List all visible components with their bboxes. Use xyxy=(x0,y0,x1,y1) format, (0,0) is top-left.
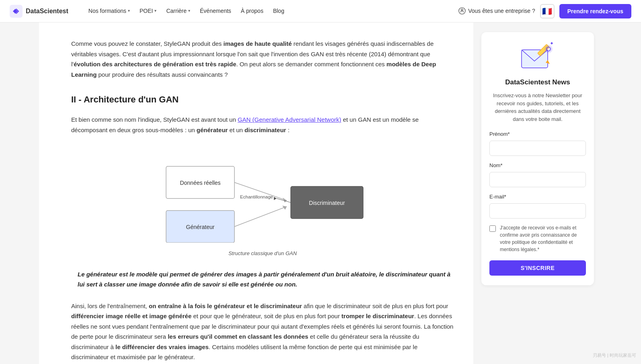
body-paragraph: Ainsi, lors de l'entraînement, on entraî… xyxy=(71,301,454,362)
nav-item-poei[interactable]: POEI ▾ xyxy=(136,4,160,18)
svg-text:Discriminateur: Discriminateur xyxy=(309,200,345,206)
newsletter-icon: ✦ xyxy=(520,42,556,72)
email-input[interactable] xyxy=(489,203,586,219)
nav-item-evenements[interactable]: Événements xyxy=(196,4,235,18)
checkbox-group: J'accepte de recevoir vos e-mails et con… xyxy=(489,224,586,253)
newsletter-card: ✦ DataScientest News Inscrivez-vous à no… xyxy=(481,32,594,285)
diagram-caption: Structure classique d'un GAN xyxy=(228,249,297,258)
cta-button[interactable]: Prendre rendez-vous xyxy=(559,4,631,18)
newsletter-icon-wrap: ✦ xyxy=(489,42,586,72)
consent-checkbox[interactable] xyxy=(489,225,496,232)
svg-point-19 xyxy=(544,45,553,53)
prenom-input[interactable] xyxy=(489,141,586,156)
nom-group: Nom* xyxy=(489,162,586,187)
email-group: E-mail* xyxy=(489,193,586,219)
sidebar: ✦ DataScientest News Inscrivez-vous à no… xyxy=(473,22,602,364)
svg-text:✦: ✦ xyxy=(550,42,554,46)
svg-line-11 xyxy=(234,207,287,227)
svg-text:Générateur: Générateur xyxy=(186,224,215,230)
chevron-down-icon: ▾ xyxy=(154,8,156,14)
page-layout: Comme vous pouvez le constater, StyleGAN… xyxy=(39,22,602,364)
nom-input[interactable] xyxy=(489,172,586,187)
nav-item-apropos[interactable]: À propos xyxy=(237,4,267,18)
language-flag[interactable]: 🇫🇷 xyxy=(540,4,555,18)
prenom-label: Prénom* xyxy=(489,130,586,139)
logo-icon xyxy=(10,5,23,18)
watermark: 刃易号 | 时尚玩家岳可 xyxy=(593,352,636,359)
nav-item-carriere[interactable]: Carrière ▾ xyxy=(162,4,194,18)
intro-paragraph: Comme vous pouvez le constater, StyleGAN… xyxy=(71,39,454,80)
newsletter-title: DataScientest News xyxy=(489,77,586,88)
logo[interactable]: DataScientest xyxy=(10,5,68,18)
svg-point-2 xyxy=(461,9,463,11)
diagram-svg: Données réelles Générateur Discriminateu… xyxy=(154,146,371,245)
nav-links: Nos formations ▾ POEI ▾ Carrière ▾ Événe… xyxy=(84,4,446,18)
section-title: II - Architecture d'un GAN xyxy=(71,92,454,106)
consent-label[interactable]: J'accepte de recevoir vos e-mails et con… xyxy=(500,224,586,253)
subscribe-button[interactable]: S'INSCRIRE xyxy=(489,260,586,276)
svg-marker-10 xyxy=(283,198,287,202)
article-content: Comme vous pouvez le constater, StyleGAN… xyxy=(39,22,473,364)
chevron-down-icon: ▾ xyxy=(188,8,190,14)
logo-text: DataScientest xyxy=(26,6,68,16)
navbar: DataScientest Nos formations ▾ POEI ▾ Ca… xyxy=(0,0,641,22)
chevron-down-icon: ▾ xyxy=(128,8,130,14)
newsletter-desc: Inscrivez-vous à notre Newsletter pour r… xyxy=(489,92,586,123)
svg-text:Données réelles: Données réelles xyxy=(180,180,220,186)
email-label: E-mail* xyxy=(489,193,586,201)
nav-item-blog[interactable]: Blog xyxy=(269,4,288,18)
prenom-group: Prénom* xyxy=(489,130,586,156)
blockquote: Le générateur est le modèle qui permet d… xyxy=(78,269,454,290)
svg-marker-14 xyxy=(274,197,277,200)
nav-item-formations[interactable]: Nos formations ▾ xyxy=(84,4,134,18)
nom-label: Nom* xyxy=(489,162,586,170)
enterprise-icon xyxy=(458,7,466,14)
svg-text:Echantillonnage: Echantillonnage xyxy=(240,194,273,199)
gan-link[interactable]: GAN (Generative Adversarial Network) xyxy=(238,116,341,123)
section-intro: Et bien comme son nom l'indique, StyleGA… xyxy=(71,115,454,135)
diagram-container: Données réelles Générateur Discriminateu… xyxy=(71,146,454,258)
enterprise-link[interactable]: Vous êtes une entreprise ? xyxy=(458,6,535,15)
nav-right: Vous êtes une entreprise ? 🇫🇷 Prendre re… xyxy=(458,4,631,18)
